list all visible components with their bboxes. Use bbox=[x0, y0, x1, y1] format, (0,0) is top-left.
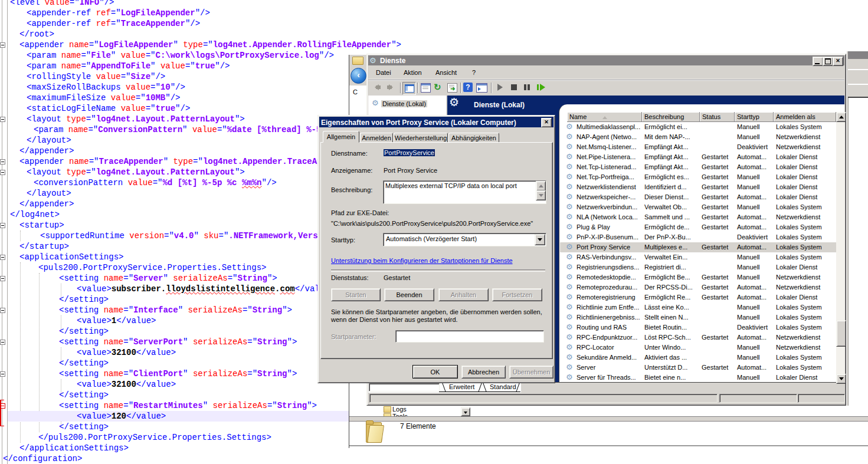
service-row[interactable]: ⚙Plug & PlayErmöglicht de...GestartetAut… bbox=[560, 222, 836, 232]
service-gear-icon: ⚙ bbox=[566, 333, 573, 341]
service-cell: NLA (Network Loca... bbox=[577, 213, 638, 221]
service-cell: RPC-Endpunktzuor... bbox=[577, 334, 637, 341]
vertical-scrollbar[interactable] bbox=[836, 112, 845, 383]
service-cell: Lokales System bbox=[776, 243, 822, 251]
starten-button[interactable]: Starten bbox=[331, 288, 381, 301]
service-row[interactable]: ⚙PnP-X-IP-Busenum...Der PnP-X-Bu...Deakt… bbox=[560, 232, 836, 242]
service-cell: Gestartet bbox=[702, 153, 728, 160]
service-gear-icon: ⚙ bbox=[566, 213, 573, 221]
service-row[interactable]: ⚙RPC-LocatorUnter Windo...ManuellNetzwer… bbox=[560, 343, 836, 353]
service-cell: Ermöglicht Be... bbox=[644, 274, 690, 281]
service-cell: Automat... bbox=[737, 364, 767, 371]
scroll-down-button[interactable] bbox=[536, 190, 546, 200]
fortsetzen-button[interactable]: Fortsetzen bbox=[492, 288, 542, 301]
service-gear-icon: ⚙ bbox=[566, 373, 573, 381]
service-cell: Richtlinienergebniss... bbox=[577, 314, 640, 321]
service-row[interactable]: ⚙Port Proxy ServiceMultiplexes e...Gesta… bbox=[560, 242, 836, 252]
service-cell: Netzwerkdienst bbox=[776, 143, 820, 150]
service-row[interactable]: ⚙ServerUnterstützt D...GestartetAutomat.… bbox=[560, 363, 836, 373]
service-cell: Server für Threads... bbox=[577, 374, 636, 381]
service-cell: Lokales System bbox=[776, 304, 822, 311]
tab-wiederherstellung[interactable]: Wiederherstellung bbox=[394, 133, 448, 143]
ok-button[interactable]: OK bbox=[412, 365, 458, 379]
service-cell: Gestartet bbox=[702, 193, 728, 200]
dialog-close-button[interactable]: ✕ bbox=[541, 118, 552, 127]
column-header-anmelden[interactable]: Anmelden als bbox=[774, 112, 836, 122]
service-row[interactable]: ⚙Remotedesktopdie...Ermöglicht Be...Gest… bbox=[560, 272, 836, 282]
beenden-button[interactable]: Beenden bbox=[384, 288, 434, 301]
service-cell: Net.Pipe-Listenera... bbox=[577, 153, 636, 160]
scroll-up-button[interactable] bbox=[836, 112, 846, 122]
service-cell: Bietet Routin... bbox=[644, 324, 687, 331]
column-header-status[interactable]: Status bbox=[700, 112, 735, 122]
anzeigename-label: Anzeigename: bbox=[331, 167, 372, 174]
service-row[interactable]: ⚙Remoteprozedurau...Der RPCSS-Di...Gesta… bbox=[560, 282, 836, 292]
service-cell: Lokaler Dienst bbox=[776, 264, 817, 271]
scroll-up-button[interactable] bbox=[536, 181, 546, 191]
service-cell: Automat... bbox=[737, 223, 767, 231]
column-header-starttyp[interactable]: Starttyp bbox=[735, 112, 774, 122]
service-cell: Aktiviert das ... bbox=[644, 354, 687, 361]
beschreibung-field[interactable]: Multiplexes external TCP/IP data on loca… bbox=[383, 180, 546, 204]
scroll-down-button[interactable] bbox=[836, 374, 846, 384]
tab-abhaengigkeiten[interactable]: Abhängigkeiten bbox=[448, 133, 499, 143]
service-cell: Gestartet bbox=[702, 294, 728, 301]
service-cell: Richtlinie zum Entfe... bbox=[577, 304, 639, 311]
service-cell: NAP-Agent (Netwo... bbox=[577, 133, 637, 140]
service-gear-icon: ⚙ bbox=[566, 133, 573, 140]
starttyp-combobox[interactable]: Automatisch (Verzögerter Start) bbox=[383, 233, 546, 246]
service-cell: Automat... bbox=[737, 213, 767, 221]
service-cell: Mit dem NAP-... bbox=[644, 133, 690, 140]
service-gear-icon: ⚙ bbox=[566, 363, 573, 371]
service-cell: Netzwerklistendienst bbox=[577, 183, 636, 190]
service-row[interactable]: ⚙Richtlinie zum Entfe...Lässt eine Ko...… bbox=[560, 302, 836, 312]
combo-dropdown-button[interactable] bbox=[535, 234, 545, 245]
service-row[interactable]: ⚙Server für Threads...Bietet eine n...Ma… bbox=[560, 373, 836, 383]
service-row[interactable]: ⚙Registrierungsdiens...Registriert di...… bbox=[560, 262, 836, 272]
anhalten-button[interactable]: Anhalten bbox=[438, 288, 489, 301]
service-cell: Netzwerkspeicher-... bbox=[577, 193, 636, 200]
service-row[interactable]: ⚙Net.Msmq-Listener...Empfängt Akt...Deak… bbox=[560, 142, 836, 152]
service-row[interactable]: ⚙Netzwerkverbindun...Verwaltet Ob...Gest… bbox=[560, 202, 836, 212]
service-row[interactable]: ⚙Richtlinienergebniss...Stellt einen N..… bbox=[560, 312, 836, 323]
abbrechen-button[interactable]: Abbrechen bbox=[461, 366, 506, 379]
uebernehmen-button[interactable]: Übernehmen bbox=[509, 366, 553, 379]
service-row[interactable]: ⚙Routing und RASBietet Routin...Deaktivi… bbox=[560, 323, 836, 333]
service-cell: Remotedesktopdie... bbox=[577, 274, 636, 281]
service-cell: Lokales System bbox=[776, 254, 822, 261]
service-row[interactable]: ⚙Netzwerkspeicher-...Dieser Dienst...Ges… bbox=[560, 192, 836, 202]
startparameter-hint-line1: Sie können die Startparameter angeben, d… bbox=[331, 308, 542, 315]
dialog-titlebar[interactable]: Eigenschaften von Port Proxy Service (Lo… bbox=[319, 117, 553, 127]
service-row[interactable]: ⚙RemoteregistrierungErmöglicht Re...Gest… bbox=[560, 292, 836, 302]
startparameter-field[interactable] bbox=[395, 330, 544, 343]
service-row[interactable]: ⚙Net.Pipe-Listenera...Empfängt Akt...Ges… bbox=[560, 152, 836, 162]
service-gear-icon: ⚙ bbox=[566, 123, 573, 130]
service-cell: Deaktiviert bbox=[737, 233, 768, 241]
service-row[interactable]: ⚙Net.Tcp-Portfreiga...Ermöglicht es...Ge… bbox=[560, 172, 836, 182]
service-cell: Plug & Play bbox=[577, 223, 610, 231]
dialog-title: Eigenschaften von Port Proxy Service (Lo… bbox=[321, 119, 516, 127]
tab-allgemein[interactable]: Allgemein bbox=[323, 131, 359, 143]
service-cell: Net.Tcp-Portfreiga... bbox=[577, 173, 634, 180]
service-row[interactable]: ⚙Net.Tcp-Listenerad...Empfängt Akt...Ges… bbox=[560, 162, 836, 172]
service-row[interactable]: ⚙RAS-Verbindungsv...Verwaltet Ein...Manu… bbox=[560, 252, 836, 262]
service-cell: Lokaler Dienst bbox=[776, 294, 817, 301]
service-cell: Der PnP-X-Bu... bbox=[644, 233, 691, 241]
tab-anmelden[interactable]: Anmelden bbox=[360, 133, 393, 143]
startoptions-help-link[interactable]: Unterstützung beim Konfigurieren der Sta… bbox=[331, 257, 513, 264]
service-row[interactable]: ⚙NAP-Agent (Netwo...Mit dem NAP-...Manue… bbox=[560, 132, 836, 142]
column-header-name[interactable]: Name bbox=[567, 112, 642, 122]
service-row[interactable]: ⚙NLA (Network Loca...Sammelt und ...Gest… bbox=[560, 212, 836, 222]
service-row[interactable]: ⚙NetzwerklistendienstIdentifiziert d...G… bbox=[560, 182, 836, 192]
service-row[interactable]: ⚙Multimediaklassenpl...Ermöglicht ei...M… bbox=[560, 122, 836, 132]
service-cell: Lokaler Dienst bbox=[776, 374, 817, 381]
scrollbar-thumb[interactable] bbox=[836, 320, 846, 347]
service-row[interactable]: ⚙RPC-Endpunktzuor...Löst RPC-Sch...Gesta… bbox=[560, 333, 836, 343]
column-header-beschreibung[interactable]: Beschreibung bbox=[642, 112, 700, 122]
service-row[interactable]: ⚙Sekundäre Anmeld...Aktiviert das ...Man… bbox=[560, 353, 836, 363]
service-cell: Netzwerkdienst bbox=[776, 344, 820, 351]
anzeigename-value[interactable]: Port Proxy Service bbox=[384, 167, 437, 174]
dienstname-value[interactable]: PortProxyService bbox=[384, 149, 435, 156]
service-cell: Multiplexes e... bbox=[644, 243, 687, 251]
beschreibung-label: Beschreibung: bbox=[331, 186, 372, 193]
